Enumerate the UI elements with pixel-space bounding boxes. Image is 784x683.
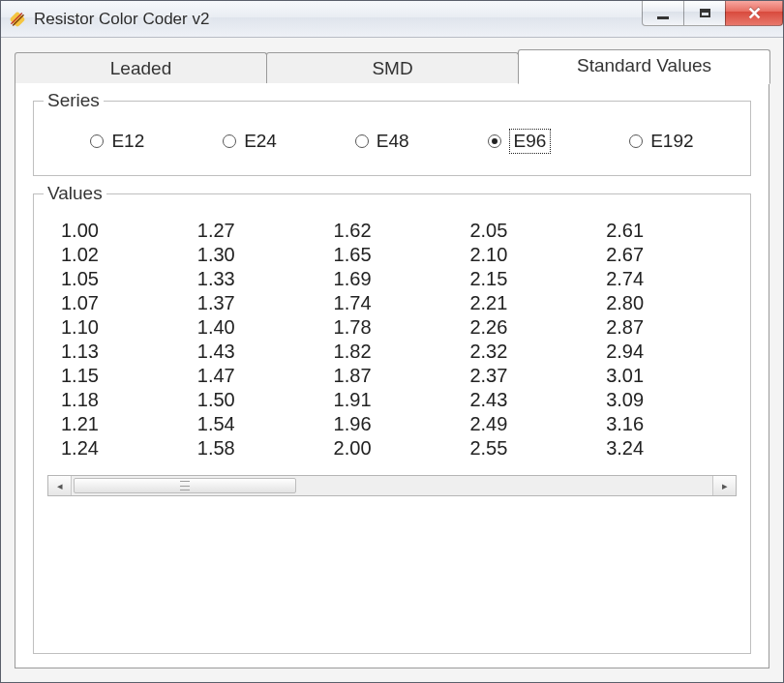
value-cell: 1.62 <box>324 220 461 242</box>
app-window: Resistor Color Coder v2 ✕ Leaded SMD Sta… <box>0 0 784 683</box>
tab-leaded[interactable]: Leaded <box>15 52 267 83</box>
value-cell: 1.00 <box>51 220 188 242</box>
value-cell: 1.10 <box>51 316 188 339</box>
radio-e96[interactable]: E96 <box>488 129 552 154</box>
tab-standard-values[interactable]: Standard Values <box>518 49 770 84</box>
value-cell: 1.30 <box>188 244 324 266</box>
value-cell: 1.33 <box>188 268 324 290</box>
value-cell: 1.05 <box>51 268 188 290</box>
value-cell: 1.54 <box>188 413 324 435</box>
value-cell: 1.18 <box>51 389 188 411</box>
value-cell: 2.05 <box>460 220 596 242</box>
scroll-grip-icon <box>180 481 190 490</box>
value-cell: 2.49 <box>460 413 596 435</box>
value-cell: 1.65 <box>324 244 461 266</box>
window-controls: ✕ <box>643 1 783 26</box>
radio-label: E192 <box>650 131 693 152</box>
value-cell: 2.55 <box>460 437 596 460</box>
radio-icon <box>355 134 369 148</box>
value-cell: 2.15 <box>460 268 596 290</box>
tab-page-standard-values: Series E12 E24 E48 <box>15 82 769 668</box>
radio-icon <box>90 134 104 148</box>
value-cell: 1.87 <box>324 365 461 387</box>
series-radio-row: E12 E24 E48 E96 <box>47 121 737 162</box>
scroll-track[interactable] <box>72 476 712 495</box>
value-cell: 1.21 <box>51 413 188 435</box>
series-groupbox: Series E12 E24 E48 <box>33 101 751 176</box>
radio-label: E24 <box>244 131 277 152</box>
value-cell: 1.91 <box>324 389 461 411</box>
tab-label: Leaded <box>110 58 171 78</box>
value-cell: 2.87 <box>596 316 733 339</box>
svg-rect-0 <box>10 11 26 27</box>
value-cell: 3.16 <box>596 413 733 435</box>
resistor-icon <box>9 11 26 28</box>
value-cell: 2.67 <box>596 244 733 266</box>
radio-label: E96 <box>509 129 552 154</box>
value-cell: 1.69 <box>324 268 461 290</box>
value-cell: 1.37 <box>188 292 324 314</box>
client-area: Leaded SMD Standard Values Series E12 <box>1 38 783 682</box>
value-cell: 1.27 <box>188 220 324 242</box>
value-cell: 1.07 <box>51 292 188 314</box>
values-grid: 1.001.271.622.052.611.021.301.652.102.67… <box>47 214 737 469</box>
value-cell: 2.61 <box>596 220 733 242</box>
value-cell: 1.40 <box>188 316 324 339</box>
tab-label: Standard Values <box>577 55 711 75</box>
value-cell: 1.15 <box>51 365 188 387</box>
maximize-button[interactable] <box>683 1 726 26</box>
radio-label: E48 <box>377 131 409 152</box>
radio-e24[interactable]: E24 <box>223 131 277 152</box>
value-cell: 1.82 <box>324 341 461 363</box>
radio-e12[interactable]: E12 <box>90 131 144 152</box>
close-button[interactable]: ✕ <box>725 1 783 26</box>
value-cell: 3.24 <box>596 437 733 460</box>
value-cell: 1.13 <box>51 341 188 363</box>
titlebar: Resistor Color Coder v2 ✕ <box>1 1 783 38</box>
value-cell: 1.02 <box>51 244 188 266</box>
value-cell: 1.78 <box>324 316 461 339</box>
minimize-button[interactable] <box>642 1 684 26</box>
value-cell: 2.37 <box>460 365 596 387</box>
value-cell: 2.10 <box>460 244 596 266</box>
value-cell: 2.21 <box>460 292 596 314</box>
horizontal-scrollbar[interactable]: ◂ ▸ <box>47 475 737 496</box>
radio-e192[interactable]: E192 <box>629 131 693 152</box>
tab-label: SMD <box>372 58 412 78</box>
radio-icon <box>223 134 236 148</box>
value-cell: 2.74 <box>596 268 733 290</box>
value-cell: 2.80 <box>596 292 733 314</box>
radio-icon <box>488 134 501 148</box>
value-cell: 1.96 <box>324 413 461 435</box>
window-title: Resistor Color Coder v2 <box>34 10 209 29</box>
value-cell: 2.32 <box>460 341 596 363</box>
value-cell: 1.47 <box>188 365 324 387</box>
radio-e48[interactable]: E48 <box>355 131 409 152</box>
value-cell: 3.09 <box>596 389 733 411</box>
values-groupbox: Values 1.001.271.622.052.611.021.301.652… <box>33 193 751 654</box>
value-cell: 1.24 <box>51 437 188 460</box>
scroll-thumb[interactable] <box>74 478 296 493</box>
value-cell: 3.01 <box>596 365 733 387</box>
radio-icon <box>629 134 643 148</box>
scroll-right-arrow-icon[interactable]: ▸ <box>712 476 736 495</box>
value-cell: 1.43 <box>188 341 324 363</box>
value-cell: 1.50 <box>188 389 324 411</box>
value-cell: 2.00 <box>324 437 461 460</box>
radio-label: E12 <box>111 131 144 152</box>
value-cell: 1.58 <box>188 437 324 460</box>
value-cell: 2.43 <box>460 389 596 411</box>
series-legend: Series <box>44 90 104 111</box>
tab-strip: Leaded SMD Standard Values <box>15 47 769 82</box>
values-legend: Values <box>44 183 106 204</box>
value-cell: 1.74 <box>324 292 461 314</box>
tab-smd[interactable]: SMD <box>266 52 519 83</box>
value-cell: 2.94 <box>596 341 733 363</box>
value-cell: 2.26 <box>460 316 596 339</box>
scroll-left-arrow-icon[interactable]: ◂ <box>48 476 72 495</box>
